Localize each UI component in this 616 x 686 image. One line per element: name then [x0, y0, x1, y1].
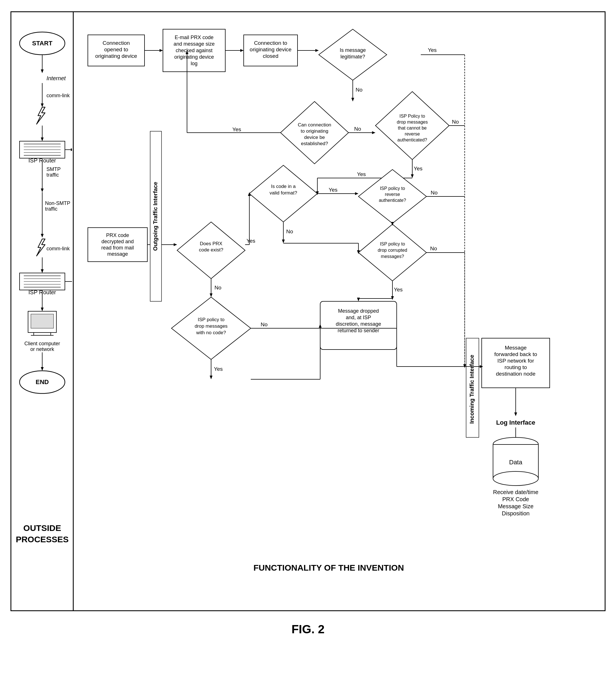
svg-marker-41 [41, 307, 44, 311]
svg-text:code exist?: code exist? [199, 247, 223, 253]
svg-text:or network: or network [30, 346, 54, 352]
svg-text:ISP Policy to: ISP Policy to [399, 114, 425, 119]
svg-text:Outgoing Traffic Interface: Outgoing Traffic Interface [152, 182, 158, 251]
svg-text:messages?: messages? [381, 254, 404, 259]
svg-text:and message size: and message size [173, 41, 215, 47]
svg-text:No: No [430, 245, 437, 252]
svg-text:comm-link: comm-link [46, 93, 70, 99]
svg-marker-6 [41, 104, 44, 107]
svg-text:reverse: reverse [385, 192, 400, 197]
svg-marker-117 [355, 192, 358, 195]
svg-marker-23 [41, 189, 44, 192]
svg-text:Incoming Traffic Interface: Incoming Traffic Interface [469, 355, 475, 424]
svg-text:Data: Data [509, 459, 523, 466]
svg-text:E-mail PRX code: E-mail PRX code [175, 35, 213, 40]
svg-text:Connection to: Connection to [254, 40, 287, 46]
svg-text:SMTP: SMTP [46, 166, 61, 172]
flowchart-svg: Connection opened to originating device … [74, 12, 605, 596]
svg-marker-8 [37, 107, 45, 124]
svg-text:read from mail: read from mail [101, 245, 134, 251]
svg-text:No: No [354, 126, 361, 132]
svg-text:closed: closed [263, 53, 279, 59]
svg-text:Disposition: Disposition [502, 510, 530, 516]
svg-text:reverse: reverse [404, 131, 420, 136]
svg-marker-95 [372, 131, 375, 134]
svg-text:opened to: opened to [104, 46, 128, 52]
svg-marker-19 [71, 148, 72, 151]
svg-text:forwarded back to: forwarded back to [494, 351, 537, 357]
svg-text:ISP policy to: ISP policy to [380, 241, 405, 246]
svg-text:authenticated?: authenticated? [398, 137, 427, 142]
svg-text:PROCESSES: PROCESSES [16, 535, 69, 544]
svg-text:originating device: originating device [174, 54, 214, 60]
svg-text:PRX Code: PRX Code [502, 496, 529, 502]
svg-text:Client computer: Client computer [24, 341, 60, 346]
svg-text:No: No [261, 321, 267, 327]
svg-text:Can connection: Can connection [298, 122, 331, 128]
svg-text:with no code?: with no code? [196, 330, 226, 335]
svg-text:No: No [431, 190, 438, 196]
svg-text:drop messages: drop messages [397, 120, 427, 125]
svg-text:originating device: originating device [95, 53, 137, 59]
svg-text:FUNCTIONALITY OF THE INVENTION: FUNCTIONALITY OF THE INVENTION [253, 563, 404, 572]
svg-text:No: No [215, 285, 221, 291]
svg-text:Yes: Yes [414, 166, 422, 171]
svg-text:comm-link: comm-link [46, 246, 70, 252]
svg-text:device be: device be [304, 135, 325, 140]
svg-point-196 [493, 471, 538, 486]
svg-text:Yes: Yes [357, 171, 366, 177]
svg-text:Is message: Is message [340, 47, 366, 53]
svg-text:log: log [191, 61, 198, 66]
svg-marker-83 [351, 98, 354, 102]
svg-text:ISP network for: ISP network for [497, 358, 534, 364]
svg-text:Non-SMTP: Non-SMTP [45, 200, 70, 206]
svg-text:authenticate?: authenticate? [379, 198, 406, 203]
svg-marker-10 [41, 137, 44, 141]
svg-text:PRX code: PRX code [106, 232, 129, 238]
svg-text:message: message [107, 251, 128, 257]
svg-marker-73 [315, 49, 319, 52]
svg-text:traffic: traffic [46, 172, 59, 178]
svg-marker-67 [240, 49, 244, 52]
svg-text:Is code in a: Is code in a [271, 184, 296, 189]
svg-marker-49 [41, 367, 44, 371]
left-panel-svg: START Internet comm-link [13, 21, 72, 602]
svg-text:Connection: Connection [103, 40, 130, 46]
svg-text:valid format?: valid format? [269, 190, 297, 196]
svg-marker-31 [41, 269, 44, 273]
svg-text:ISP policy to: ISP policy to [380, 186, 405, 191]
svg-text:Message Size: Message Size [498, 503, 533, 509]
svg-marker-104 [411, 174, 414, 178]
svg-marker-27 [41, 234, 44, 238]
svg-marker-3 [41, 69, 44, 73]
svg-text:drop messages: drop messages [195, 323, 227, 329]
svg-text:checked against: checked against [176, 48, 213, 53]
svg-text:Internet: Internet [46, 75, 66, 81]
svg-text:traffic: traffic [45, 206, 58, 212]
svg-text:that cannot be: that cannot be [398, 126, 427, 130]
fig-caption: FIG. 2 [291, 622, 325, 636]
svg-text:START: START [32, 40, 52, 47]
svg-text:Does PRX: Does PRX [200, 241, 222, 246]
svg-text:END: END [36, 379, 48, 386]
svg-text:discretion, message: discretion, message [336, 321, 381, 327]
svg-text:Yes: Yes [428, 47, 437, 53]
svg-text:Yes: Yes [232, 126, 241, 132]
svg-marker-146 [174, 243, 177, 246]
svg-marker-59 [159, 49, 163, 52]
svg-text:and, at ISP: and, at ISP [346, 315, 371, 320]
svg-marker-128 [358, 224, 426, 281]
svg-text:destination node: destination node [496, 371, 535, 377]
main-container: START Internet comm-link [10, 11, 606, 611]
svg-text:decrypted and: decrypted and [102, 239, 134, 244]
svg-text:ISP policy to: ISP policy to [198, 317, 224, 322]
svg-marker-204 [357, 298, 360, 301]
svg-marker-163 [210, 376, 213, 379]
svg-marker-139 [391, 296, 394, 300]
svg-text:originating device: originating device [250, 46, 291, 52]
svg-text:Yes: Yes [329, 187, 337, 193]
svg-text:No: No [452, 119, 459, 125]
svg-marker-28 [37, 239, 45, 256]
svg-text:drop corrupted: drop corrupted [378, 248, 407, 253]
svg-text:Yes: Yes [394, 286, 403, 293]
